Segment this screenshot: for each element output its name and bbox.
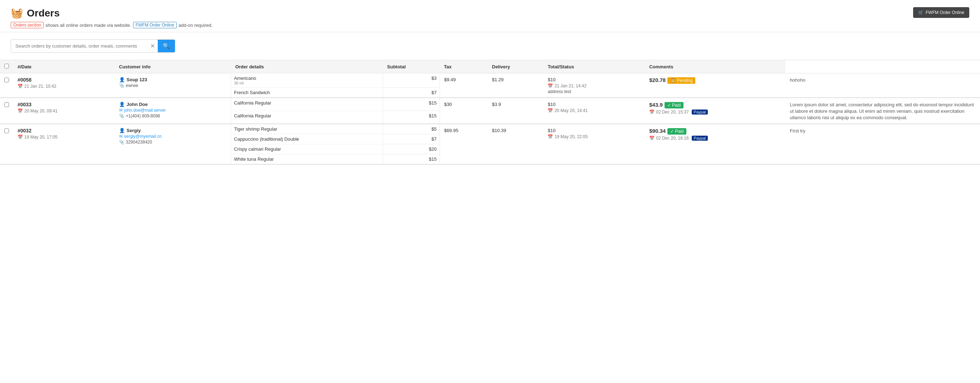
item-price: $15 <box>383 154 439 164</box>
item-price: $7 <box>383 88 439 98</box>
item-price: $15 <box>383 111 439 123</box>
table-row: #0033 📅 20 May 20, 09:41 👤 John Doe✉ joh… <box>0 98 980 111</box>
basket-icon: 🧺 <box>11 7 23 19</box>
search-input[interactable] <box>11 40 147 51</box>
calendar-icon: 📅 <box>649 136 654 140</box>
subtotal: $69.95 <box>439 124 487 164</box>
total-status: $20.78⏳ Pending <box>645 73 786 98</box>
customer-name: 👤 Sergiy <box>119 128 226 133</box>
order-date: 📅 20 May 20, 09:41 <box>18 109 111 113</box>
table-row: #0032 📅 19 May 20, 17:05 👤 Sergiy✉ sergi… <box>0 124 980 134</box>
col-total-status: Total/Status <box>543 60 645 73</box>
item-desc: 30 ml <box>234 81 379 85</box>
item-price: $15 <box>383 98 439 111</box>
item-name: Tiger shrimp Regular <box>234 126 379 132</box>
order-id: #0033 <box>18 102 111 107</box>
delivery: $10📅 19 May 20, 22:05 <box>543 124 645 164</box>
user-icon: 👤 <box>119 102 125 107</box>
item-name: California Regular <box>234 113 379 118</box>
calendar-icon: 📅 <box>649 110 654 115</box>
comments: Lorem ipsum dolor sit amet, consectetur … <box>786 98 980 124</box>
order-id: #0032 <box>18 128 111 134</box>
total-status: $90.34✓ Paid📅 02 Dec 20, 16:16 Paypal <box>645 124 786 164</box>
subtitle-text-after: add-on required. <box>178 22 212 28</box>
calendar-icon: 📅 <box>547 134 553 139</box>
table-header-row: #/Date Customer info Order details Subto… <box>0 60 980 73</box>
col-tax: Tax <box>439 60 487 73</box>
page-title: Orders <box>27 8 60 19</box>
subtitle-text-before: shows all online orders made via website… <box>45 22 131 28</box>
calendar-icon: 📅 <box>18 84 23 89</box>
delivery: $10📅 21 Jan 21, 14:42address test <box>543 73 645 98</box>
comments: First try <box>786 124 980 164</box>
item-name: California Regular <box>234 100 379 105</box>
tax: $10.39 <box>488 124 544 164</box>
col-delivery: Delivery <box>488 60 544 73</box>
item-price: $20 <box>383 144 439 154</box>
select-all-checkbox[interactable] <box>4 64 9 69</box>
email-icon: ✉ <box>119 134 123 139</box>
col-date: #/Date <box>13 60 115 73</box>
row-checkbox-2[interactable] <box>4 129 9 133</box>
col-comments: Comments <box>645 60 786 73</box>
customer-phone: 📎 32904238420 <box>119 140 226 145</box>
customer-phone: 📎 ewrwe <box>119 83 226 88</box>
customer-email: ✉ sergiy@myemail.co <box>119 134 226 139</box>
search-icon: 🔍 <box>163 43 170 49</box>
phone-icon: 📎 <box>119 113 124 118</box>
tax: $1.29 <box>488 73 544 98</box>
fwfm-order-online-button[interactable]: 🛒 FWFM Order Online <box>913 7 969 18</box>
calendar-icon: 📅 <box>18 135 23 140</box>
calendar-icon: 📅 <box>547 83 553 88</box>
col-order-details: Order details <box>231 60 383 73</box>
item-name: Cappuccino (traditional) Double <box>234 136 379 142</box>
total-status: $43.9✓ Paid📅 02 Dec 20, 15:37 Paypal <box>645 98 786 124</box>
search-bar: ✕ 🔍 <box>11 39 175 53</box>
orders-section-badge: Orders section <box>11 22 44 28</box>
row-checkbox-0[interactable] <box>4 78 9 82</box>
order-date: 📅 19 May 20, 17:05 <box>18 135 111 140</box>
payment-method-badge: Paypal <box>692 136 708 140</box>
search-clear-button[interactable]: ✕ <box>147 40 158 51</box>
fwfm-button-label: FWFM Order Online <box>926 10 964 15</box>
delivery: $10📅 20 May 20, 14:41 <box>543 98 645 124</box>
title-row: 🧺 Orders <box>11 7 212 19</box>
item-name: Americano <box>234 75 379 81</box>
order-id: #0058 <box>18 77 111 83</box>
calendar-icon: 📅 <box>547 108 553 113</box>
header-left: 🧺 Orders Orders section shows all online… <box>11 7 212 28</box>
orders-table: #/Date Customer info Order details Subto… <box>0 60 980 164</box>
phone-icon: 📎 <box>119 83 124 88</box>
item-price: $5 <box>383 124 439 134</box>
search-button[interactable]: 🔍 <box>158 40 175 52</box>
calendar-icon: 📅 <box>18 109 23 113</box>
status-badge: ✓ Paid <box>665 102 684 109</box>
subtotal: $30 <box>439 98 487 124</box>
order-date: 📅 21 Jan 21, 10:42 <box>18 84 111 89</box>
status-badge: ✓ Paid <box>667 128 686 135</box>
search-section: ✕ 🔍 <box>0 32 980 60</box>
item-name: French Sandwich <box>234 90 379 95</box>
email-icon: ✉ <box>119 108 123 113</box>
col-customer: Customer info <box>115 60 231 73</box>
page-header: 🧺 Orders Orders section shows all online… <box>0 0 980 32</box>
subtotal: $9.49 <box>439 73 487 98</box>
item-price: $7 <box>383 134 439 144</box>
table-row: #0058 📅 21 Jan 21, 10:42 👤 Soup 123📎 ewr… <box>0 73 980 88</box>
subtitle-row: Orders section shows all online orders m… <box>11 22 212 28</box>
customer-name: 👤 John Doe <box>119 102 226 107</box>
item-name: Crispy calmari Regular <box>234 147 379 152</box>
item-name: White tuna Regular <box>234 156 379 162</box>
phone-icon: 📎 <box>119 140 124 145</box>
fwfm-addon-badge: FWFM Order Online <box>133 22 177 28</box>
customer-email: ✉ john.doe@mail.server <box>119 108 226 113</box>
payment-method-badge: Paypal <box>692 110 708 115</box>
user-icon: 👤 <box>119 77 125 82</box>
user-icon: 👤 <box>119 128 125 133</box>
item-price: $3 <box>383 73 439 88</box>
comments: hohoho <box>786 73 980 98</box>
tax: $3.9 <box>488 98 544 124</box>
customer-name: 👤 Soup 123 <box>119 77 226 82</box>
fwfm-button-icon: 🛒 <box>918 10 923 15</box>
row-checkbox-1[interactable] <box>4 102 9 107</box>
